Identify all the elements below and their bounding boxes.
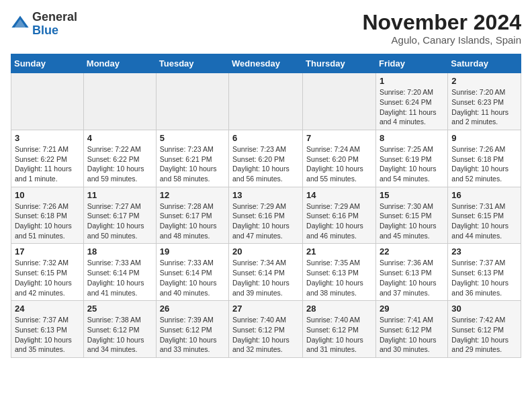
- day-info: Sunrise: 7:34 AM Sunset: 6:14 PM Dayligh…: [232, 258, 299, 298]
- header-day-saturday: Saturday: [448, 54, 521, 73]
- day-info: Sunrise: 7:40 AM Sunset: 6:12 PM Dayligh…: [232, 315, 299, 355]
- calendar-cell: [83, 73, 156, 130]
- calendar-cell: 9Sunrise: 7:26 AM Sunset: 6:18 PM Daylig…: [448, 130, 521, 187]
- day-info: Sunrise: 7:40 AM Sunset: 6:12 PM Dayligh…: [306, 315, 372, 355]
- calendar-cell: 7Sunrise: 7:24 AM Sunset: 6:20 PM Daylig…: [303, 130, 376, 187]
- day-number: 5: [160, 133, 225, 143]
- day-number: 24: [15, 304, 80, 314]
- day-info: Sunrise: 7:38 AM Sunset: 6:12 PM Dayligh…: [87, 315, 152, 355]
- calendar-cell: 23Sunrise: 7:37 AM Sunset: 6:13 PM Dayli…: [448, 244, 521, 301]
- header-day-sunday: Sunday: [11, 54, 84, 73]
- day-number: 3: [15, 133, 80, 143]
- day-info: Sunrise: 7:37 AM Sunset: 6:13 PM Dayligh…: [451, 258, 517, 298]
- day-number: 27: [232, 304, 299, 314]
- day-number: 25: [87, 304, 152, 314]
- calendar-cell: 26Sunrise: 7:39 AM Sunset: 6:12 PM Dayli…: [156, 301, 228, 358]
- day-info: Sunrise: 7:35 AM Sunset: 6:13 PM Dayligh…: [306, 258, 372, 298]
- day-info: Sunrise: 7:36 AM Sunset: 6:13 PM Dayligh…: [380, 258, 444, 298]
- day-number: 14: [306, 190, 372, 200]
- day-number: 17: [15, 246, 80, 257]
- day-info: Sunrise: 7:37 AM Sunset: 6:13 PM Dayligh…: [15, 315, 80, 355]
- day-number: 2: [451, 76, 517, 86]
- day-info: Sunrise: 7:33 AM Sunset: 6:14 PM Dayligh…: [87, 258, 152, 298]
- day-number: 4: [87, 133, 152, 143]
- day-number: 8: [380, 133, 444, 143]
- day-info: Sunrise: 7:20 AM Sunset: 6:23 PM Dayligh…: [451, 87, 517, 127]
- day-number: 23: [451, 246, 517, 257]
- calendar-week-3: 10Sunrise: 7:26 AM Sunset: 6:18 PM Dayli…: [11, 187, 521, 244]
- day-info: Sunrise: 7:26 AM Sunset: 6:18 PM Dayligh…: [15, 201, 80, 241]
- calendar-cell: 11Sunrise: 7:27 AM Sunset: 6:17 PM Dayli…: [83, 187, 156, 244]
- calendar-cell: 16Sunrise: 7:31 AM Sunset: 6:15 PM Dayli…: [448, 187, 521, 244]
- header-day-tuesday: Tuesday: [156, 54, 228, 73]
- day-info: Sunrise: 7:30 AM Sunset: 6:15 PM Dayligh…: [380, 201, 444, 241]
- day-info: Sunrise: 7:27 AM Sunset: 6:17 PM Dayligh…: [87, 201, 152, 241]
- day-number: 21: [306, 246, 372, 257]
- day-number: 9: [451, 133, 517, 143]
- day-number: 22: [380, 246, 444, 257]
- calendar-cell: 10Sunrise: 7:26 AM Sunset: 6:18 PM Dayli…: [11, 187, 84, 244]
- day-info: Sunrise: 7:41 AM Sunset: 6:12 PM Dayligh…: [380, 315, 444, 355]
- calendar-cell: 4Sunrise: 7:22 AM Sunset: 6:22 PM Daylig…: [83, 130, 156, 187]
- day-number: 7: [306, 133, 372, 143]
- calendar-body: 1Sunrise: 7:20 AM Sunset: 6:24 PM Daylig…: [11, 73, 521, 358]
- calendar-cell: 21Sunrise: 7:35 AM Sunset: 6:13 PM Dayli…: [303, 244, 376, 301]
- calendar-cell: 27Sunrise: 7:40 AM Sunset: 6:12 PM Dayli…: [229, 301, 303, 358]
- header-day-thursday: Thursday: [303, 54, 376, 73]
- calendar-cell: 20Sunrise: 7:34 AM Sunset: 6:14 PM Dayli…: [229, 244, 303, 301]
- day-info: Sunrise: 7:42 AM Sunset: 6:12 PM Dayligh…: [451, 315, 517, 355]
- logo-text: General Blue: [32, 11, 77, 38]
- day-number: 10: [15, 190, 80, 200]
- calendar-header: SundayMondayTuesdayWednesdayThursdayFrid…: [11, 54, 521, 73]
- day-number: 26: [160, 304, 225, 314]
- calendar-cell: 6Sunrise: 7:23 AM Sunset: 6:20 PM Daylig…: [229, 130, 303, 187]
- calendar-cell: 28Sunrise: 7:40 AM Sunset: 6:12 PM Dayli…: [303, 301, 376, 358]
- day-info: Sunrise: 7:22 AM Sunset: 6:22 PM Dayligh…: [87, 144, 152, 184]
- day-info: Sunrise: 7:23 AM Sunset: 6:20 PM Dayligh…: [232, 144, 299, 184]
- day-info: Sunrise: 7:29 AM Sunset: 6:16 PM Dayligh…: [306, 201, 372, 241]
- logo-general: General: [32, 11, 77, 24]
- calendar-cell: 12Sunrise: 7:28 AM Sunset: 6:17 PM Dayli…: [156, 187, 228, 244]
- day-info: Sunrise: 7:33 AM Sunset: 6:14 PM Dayligh…: [160, 258, 225, 298]
- title-block: November 2024 Agulo, Canary Islands, Spa…: [362, 11, 521, 46]
- calendar-cell: [303, 73, 376, 130]
- calendar-week-2: 3Sunrise: 7:21 AM Sunset: 6:22 PM Daylig…: [11, 130, 521, 187]
- day-info: Sunrise: 7:23 AM Sunset: 6:21 PM Dayligh…: [160, 144, 225, 184]
- day-number: 12: [160, 190, 225, 200]
- day-number: 13: [232, 190, 299, 200]
- day-number: 15: [380, 190, 444, 200]
- day-number: 19: [160, 246, 225, 257]
- day-info: Sunrise: 7:31 AM Sunset: 6:15 PM Dayligh…: [451, 201, 517, 241]
- calendar-table: SundayMondayTuesdayWednesdayThursdayFrid…: [11, 54, 521, 358]
- calendar-cell: 18Sunrise: 7:33 AM Sunset: 6:14 PM Dayli…: [83, 244, 156, 301]
- calendar-cell: [156, 73, 228, 130]
- logo: General Blue: [11, 11, 77, 38]
- calendar-cell: [11, 73, 84, 130]
- day-info: Sunrise: 7:26 AM Sunset: 6:18 PM Dayligh…: [451, 144, 517, 184]
- day-number: 11: [87, 190, 152, 200]
- calendar-cell: 19Sunrise: 7:33 AM Sunset: 6:14 PM Dayli…: [156, 244, 228, 301]
- calendar-cell: 25Sunrise: 7:38 AM Sunset: 6:12 PM Dayli…: [83, 301, 156, 358]
- page-title: November 2024: [362, 11, 521, 34]
- calendar-cell: 14Sunrise: 7:29 AM Sunset: 6:16 PM Dayli…: [303, 187, 376, 244]
- calendar-cell: 24Sunrise: 7:37 AM Sunset: 6:13 PM Dayli…: [11, 301, 84, 358]
- calendar-cell: 15Sunrise: 7:30 AM Sunset: 6:15 PM Dayli…: [375, 187, 447, 244]
- day-number: 28: [306, 304, 372, 314]
- header-day-monday: Monday: [83, 54, 156, 73]
- day-number: 18: [87, 246, 152, 257]
- header-day-wednesday: Wednesday: [229, 54, 303, 73]
- day-info: Sunrise: 7:24 AM Sunset: 6:20 PM Dayligh…: [306, 144, 372, 184]
- day-info: Sunrise: 7:25 AM Sunset: 6:19 PM Dayligh…: [380, 144, 444, 184]
- calendar-cell: 30Sunrise: 7:42 AM Sunset: 6:12 PM Dayli…: [448, 301, 521, 358]
- calendar-cell: 8Sunrise: 7:25 AM Sunset: 6:19 PM Daylig…: [375, 130, 447, 187]
- day-info: Sunrise: 7:32 AM Sunset: 6:15 PM Dayligh…: [15, 258, 80, 298]
- calendar-cell: 5Sunrise: 7:23 AM Sunset: 6:21 PM Daylig…: [156, 130, 228, 187]
- day-info: Sunrise: 7:20 AM Sunset: 6:24 PM Dayligh…: [380, 87, 444, 127]
- calendar-cell: 1Sunrise: 7:20 AM Sunset: 6:24 PM Daylig…: [375, 73, 447, 130]
- calendar-cell: 29Sunrise: 7:41 AM Sunset: 6:12 PM Dayli…: [375, 301, 447, 358]
- calendar-cell: 17Sunrise: 7:32 AM Sunset: 6:15 PM Dayli…: [11, 244, 84, 301]
- calendar-cell: 22Sunrise: 7:36 AM Sunset: 6:13 PM Dayli…: [375, 244, 447, 301]
- day-number: 30: [451, 304, 517, 314]
- logo-blue: Blue: [32, 24, 77, 38]
- calendar-week-1: 1Sunrise: 7:20 AM Sunset: 6:24 PM Daylig…: [11, 73, 521, 130]
